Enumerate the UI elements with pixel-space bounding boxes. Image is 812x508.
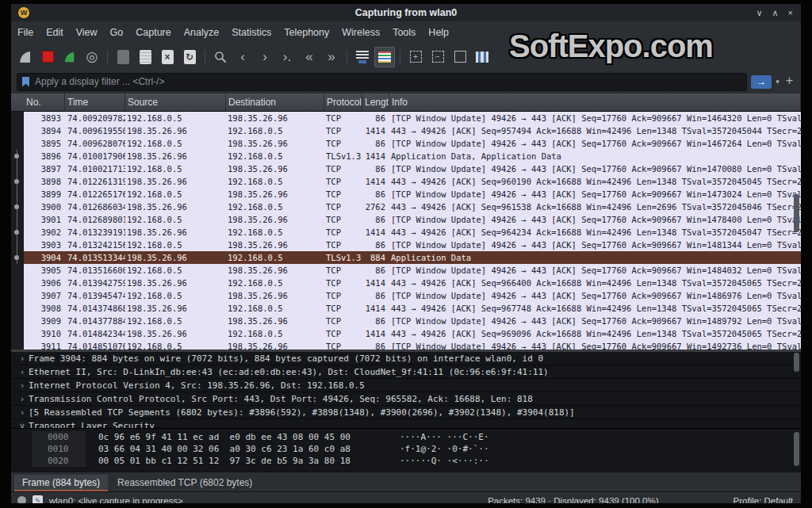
hex-scrollbar[interactable] (794, 432, 799, 466)
chevron-left-icon: ‹ (240, 50, 245, 63)
packet-row[interactable]: 3907 74.013945474 192.168.0.5 198.35.26.… (11, 289, 801, 302)
expander-icon[interactable]: › (16, 380, 29, 392)
menu-item[interactable]: Help (422, 25, 455, 40)
display-filter-input[interactable]: Apply a display filter ... <Ctrl-/> (17, 73, 747, 91)
expander-icon[interactable]: › (16, 407, 29, 418)
column-header-no[interactable]: No. (24, 94, 65, 111)
expander-icon[interactable]: ∨ (16, 420, 29, 429)
menu-item[interactable]: Tools (386, 25, 422, 40)
reload-file-button[interactable]: ↻ (179, 47, 200, 67)
cell-protocol: TCP (324, 112, 362, 124)
packet-row[interactable]: 3911 74.014851070 192.168.0.5 198.35.26.… (11, 340, 801, 349)
column-header-destination[interactable]: Destination (226, 94, 324, 111)
apply-filter-button[interactable]: → (751, 75, 772, 89)
byte-view-tab[interactable]: Frame (884 bytes) (14, 475, 108, 491)
menu-item[interactable]: View (70, 25, 104, 40)
close-button[interactable]: × (788, 8, 793, 18)
profile-label[interactable]: Profile: Default (733, 496, 795, 504)
detail-line[interactable]: › Ethernet II, Src: D-LinkIn_db:ee:43 (e… (11, 365, 801, 379)
find-packet-button[interactable] (210, 47, 231, 67)
maximize-button[interactable]: ∧ (772, 8, 779, 18)
auto-scroll-button[interactable] (352, 47, 373, 67)
bookmark-icon[interactable] (22, 77, 29, 87)
hex-row[interactable]: 0010 03 66 04 31 40 00 32 06 a0 30 c6 23… (11, 443, 801, 455)
packet-row[interactable]: 3910 74.014842344 198.35.26.96 192.168.0… (11, 327, 801, 340)
details-scrollbar[interactable] (794, 353, 799, 372)
go-first-button[interactable]: « (299, 47, 320, 67)
stop-capture-button[interactable] (37, 47, 58, 67)
packet-row[interactable]: 3902 74.013239191 198.35.26.96 192.168.0… (11, 226, 801, 239)
packet-row[interactable]: 3897 74.010021713 192.168.0.5 198.35.26.… (11, 162, 801, 175)
column-header-info[interactable]: Info (389, 94, 801, 111)
packet-row[interactable]: 3906 74.013942759 198.35.26.96 192.168.0… (11, 277, 801, 289)
go-last-button[interactable]: » (321, 47, 342, 67)
resize-columns-button[interactable] (472, 47, 492, 67)
packet-row[interactable]: 3893 74.009209782 192.168.0.5 198.35.26.… (11, 112, 801, 124)
cell-no: 3905 (24, 264, 65, 277)
menu-item[interactable]: Edit (40, 25, 70, 40)
column-header-length[interactable]: Lengt (362, 94, 389, 111)
start-capture-button[interactable] (15, 47, 36, 67)
capture-options-button[interactable]: ◎ (82, 47, 102, 67)
packet-row[interactable]: 3905 74.013516600 192.168.0.5 198.35.26.… (11, 264, 801, 277)
packet-row[interactable]: 3894 74.009619550 198.35.26.96 192.168.0… (11, 124, 801, 137)
packet-list-scrollbar[interactable] (794, 194, 799, 232)
go-back-button[interactable]: ‹ (232, 47, 253, 67)
expander-icon[interactable]: › (16, 353, 29, 365)
packet-row[interactable]: 3903 74.013242156 192.168.0.5 198.35.26.… (11, 239, 801, 251)
menu-item[interactable]: Analyze (178, 25, 225, 40)
hex-ascii: ····A··· ···C··E· (373, 431, 489, 443)
hex-row[interactable]: 0000 0c 96 e6 9f 41 11 ec ad e0 db ee 43… (11, 431, 801, 443)
save-file-button[interactable] (135, 47, 155, 67)
cell-destination: 192.168.0.5 (226, 124, 324, 137)
cell-time: 74.009619550 (65, 124, 125, 137)
zoom-100-button[interactable] (450, 47, 470, 67)
colorize-button[interactable] (374, 47, 395, 67)
minimize-button[interactable]: ∨ (756, 8, 762, 18)
go-forward-button[interactable]: › (255, 47, 275, 67)
detail-line[interactable]: › [5 Reassembled TCP Segments (6802 byte… (11, 406, 801, 419)
filter-dropdown-caret[interactable]: ▾ (776, 78, 779, 86)
add-filter-button[interactable]: + (783, 74, 795, 90)
packet-row[interactable]: 3896 74.010017906 198.35.26.96 192.168.0… (11, 150, 801, 162)
zoom-in-button[interactable]: + (405, 47, 426, 67)
packet-row[interactable]: 3895 74.009628076 192.168.0.5 198.35.26.… (11, 137, 801, 150)
restart-capture-button[interactable] (59, 47, 80, 67)
expert-info-icon[interactable] (17, 496, 26, 503)
cell-time: 74.012261319 (65, 175, 125, 188)
cell-info: Application Data (389, 251, 801, 264)
close-file-button[interactable]: × (157, 47, 178, 67)
detail-line[interactable]: › Transmission Control Protocol, Src Por… (11, 392, 801, 406)
menu-item[interactable]: Wireless (335, 25, 386, 40)
expander-icon[interactable]: › (16, 393, 29, 405)
packet-row[interactable]: 3904 74.013513344 198.35.26.96 192.168.0… (11, 251, 801, 264)
menu-item[interactable]: Telephony (278, 25, 335, 40)
menu-item[interactable]: File (11, 25, 40, 40)
hex-row[interactable]: 0020 00 05 01 bb c1 12 51 12 97 3c de b5… (11, 455, 801, 467)
column-header-source[interactable]: Source (125, 94, 226, 111)
hex-offset: 0020 (32, 455, 86, 467)
column-header-time[interactable]: Time (65, 94, 125, 111)
detail-line[interactable]: ∨ Transport Layer Security (11, 419, 801, 428)
menu-item[interactable]: Capture (129, 25, 177, 40)
detail-line[interactable]: › Frame 3904: 884 bytes on wire (7072 bi… (11, 352, 801, 365)
expander-icon[interactable]: › (16, 366, 29, 378)
byte-view-tab[interactable]: Reassembled TCP (6802 bytes) (109, 475, 260, 491)
open-file-button[interactable] (113, 47, 133, 67)
packet-row[interactable]: 3900 74.012686034 198.35.26.96 192.168.0… (11, 201, 801, 213)
menu-item[interactable]: Go (104, 25, 130, 40)
related-packet-margin (11, 112, 24, 124)
zoom-out-button[interactable]: − (427, 47, 448, 67)
stop-icon (42, 51, 54, 63)
packet-row[interactable]: 3901 74.012689801 192.168.0.5 198.35.26.… (11, 213, 801, 226)
detail-line[interactable]: › Internet Protocol Version 4, Src: 198.… (11, 379, 801, 392)
packet-row[interactable]: 3908 74.014374868 198.35.26.96 192.168.0… (11, 302, 801, 315)
capture-comment-icon[interactable]: ✎ (33, 495, 43, 503)
menu-item[interactable]: Statistics (225, 25, 278, 40)
cell-length: 1414 (362, 277, 389, 289)
column-header-protocol[interactable]: Protocol (324, 94, 362, 111)
packet-row[interactable]: 3898 74.012261319 198.35.26.96 192.168.0… (11, 175, 801, 188)
packet-row[interactable]: 3909 74.014377884 192.168.0.5 198.35.26.… (11, 315, 801, 327)
packet-row[interactable]: 3899 74.012265176 192.168.0.5 198.35.26.… (11, 188, 801, 201)
go-to-packet-button[interactable]: ›. (277, 47, 297, 67)
